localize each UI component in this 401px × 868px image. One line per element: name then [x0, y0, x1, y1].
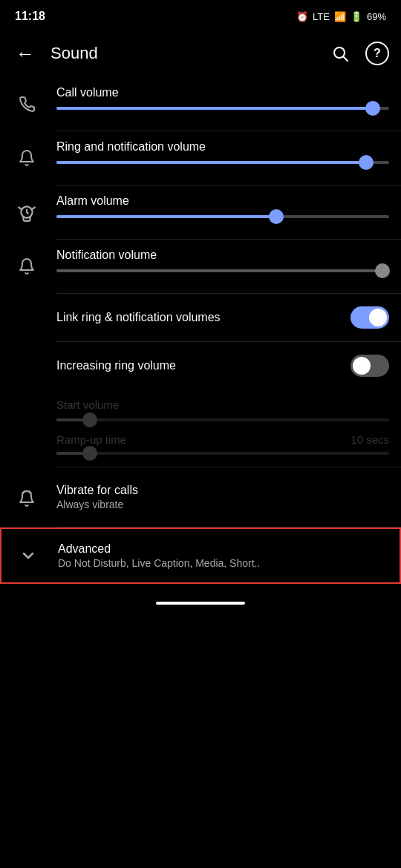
- notification-volume-slider[interactable]: [56, 269, 389, 272]
- vibrate-calls-title: Vibrate for calls: [56, 484, 389, 497]
- alarm-volume-row: Alarm volume: [0, 185, 401, 239]
- increasing-ring-toggle[interactable]: [351, 355, 389, 377]
- increasing-ring-toggle-control[interactable]: [351, 355, 389, 377]
- rampup-slider: [56, 452, 389, 455]
- status-icons: ⏰ LTE 📶 🔋 69%: [296, 11, 386, 22]
- link-ring-content: Link ring & notification volumes: [56, 311, 336, 324]
- vibrate-calls-subtitle: Always vibrate: [56, 499, 389, 510]
- advanced-row[interactable]: Advanced Do Not Disturb, Live Caption, M…: [0, 527, 401, 584]
- notification-volume-row: Notification volume: [0, 240, 401, 293]
- help-button[interactable]: ?: [365, 42, 389, 65]
- home-indicator: [0, 584, 401, 611]
- status-time: 11:18: [15, 10, 45, 23]
- call-icon: [12, 89, 42, 119]
- status-bar: 11:18 ⏰ LTE 📶 🔋 69%: [0, 0, 401, 30]
- alarm-volume-label: Alarm volume: [56, 194, 389, 208]
- notification-volume-content: Notification volume: [56, 249, 389, 272]
- battery-percent: 69%: [367, 11, 386, 22]
- increasing-ring-title: Increasing ring volume: [56, 359, 336, 372]
- rampup-label: Ramp-up time: [56, 433, 126, 446]
- vibrate-calls-content: Vibrate for calls Always vibrate: [56, 484, 389, 510]
- alarm-status-icon: ⏰: [296, 11, 308, 22]
- link-ring-title: Link ring & notification volumes: [56, 311, 336, 324]
- call-volume-row: Call volume: [0, 77, 401, 131]
- call-volume-slider[interactable]: [56, 107, 389, 110]
- alarm-icon: [12, 197, 42, 227]
- notification-volume-label: Notification volume: [56, 249, 389, 262]
- network-icon: 📶: [334, 11, 346, 22]
- alarm-volume-content: Alarm volume: [56, 194, 389, 218]
- app-bar: ← Sound ?: [0, 30, 401, 77]
- link-ring-toggle-thumb: [369, 309, 387, 326]
- notification-icon: [12, 251, 42, 281]
- chevron-down-icon: [13, 541, 43, 571]
- advanced-subtitle: Do Not Disturb, Live Caption, Media, Sho…: [58, 557, 388, 569]
- link-ring-toggle-control[interactable]: [351, 306, 389, 329]
- home-bar: [156, 602, 245, 605]
- svg-line-3: [22, 491, 25, 493]
- link-ring-row: Link ring & notification volumes: [0, 294, 401, 341]
- vibrate-icon: [12, 484, 42, 513]
- advanced-title: Advanced: [58, 542, 388, 556]
- ring-volume-label: Ring and notification volume: [56, 140, 389, 154]
- start-volume-label: Start volume: [56, 398, 389, 411]
- ring-icon: [12, 143, 42, 173]
- battery-icon: 🔋: [351, 11, 362, 22]
- signal-icon: LTE: [313, 11, 330, 22]
- svg-line-4: [29, 491, 31, 493]
- rampup-value: 10 secs: [351, 433, 389, 446]
- svg-line-1: [344, 57, 348, 62]
- search-button[interactable]: [327, 40, 353, 67]
- link-ring-toggle[interactable]: [351, 306, 389, 329]
- back-button[interactable]: ←: [12, 40, 39, 67]
- ring-volume-row: Ring and notification volume: [0, 131, 401, 185]
- start-volume-section: Start volume Ramp-up time 10 secs: [0, 389, 401, 458]
- ring-volume-slider[interactable]: [56, 161, 389, 164]
- advanced-content: Advanced Do Not Disturb, Live Caption, M…: [58, 542, 388, 569]
- increasing-ring-content: Increasing ring volume: [56, 359, 336, 372]
- start-volume-slider: [56, 418, 389, 421]
- increasing-ring-toggle-thumb: [353, 357, 371, 375]
- alarm-volume-slider[interactable]: [56, 215, 389, 218]
- call-volume-label: Call volume: [56, 86, 389, 99]
- page-title: Sound: [50, 44, 315, 63]
- ring-volume-content: Ring and notification volume: [56, 140, 389, 164]
- increasing-ring-row: Increasing ring volume: [0, 342, 401, 389]
- vibrate-calls-row[interactable]: Vibrate for calls Always vibrate: [0, 467, 401, 527]
- call-volume-content: Call volume: [56, 86, 389, 110]
